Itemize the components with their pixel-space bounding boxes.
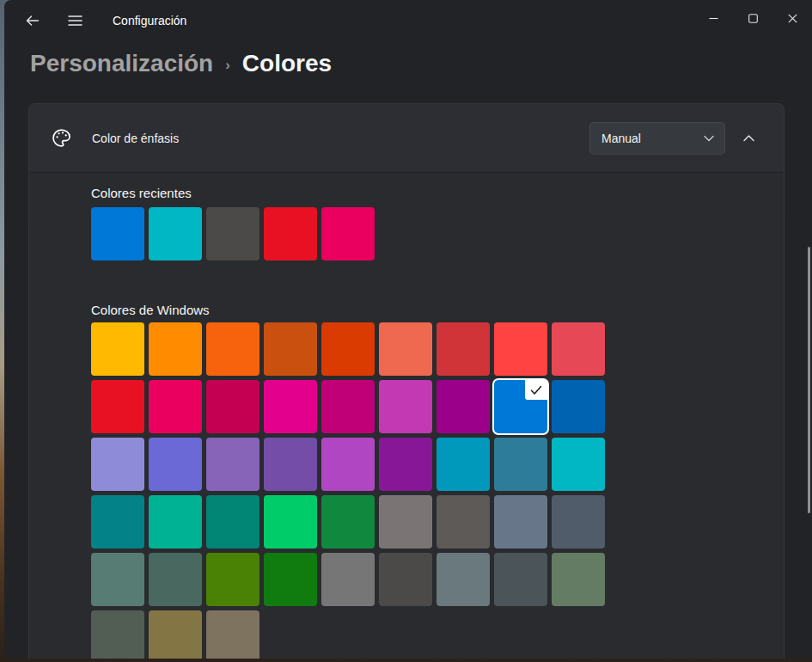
settings-window: Configuración Personalización › Colores: [4, 0, 812, 659]
color-swatch[interactable]: [206, 610, 259, 659]
color-swatch[interactable]: [494, 438, 547, 491]
accent-mode-dropdown[interactable]: Manual: [589, 122, 725, 155]
color-swatch[interactable]: [379, 438, 432, 491]
color-swatch[interactable]: [206, 495, 259, 549]
navigation-menu-button[interactable]: [60, 6, 89, 35]
color-swatch[interactable]: [379, 495, 432, 549]
color-swatch[interactable]: [437, 322, 490, 376]
close-button[interactable]: [772, 0, 812, 36]
color-swatch[interactable]: [206, 553, 259, 606]
collapse-expander-button[interactable]: [730, 122, 766, 155]
accent-color-card-header: Color de énfasis Manual: [29, 104, 784, 173]
color-swatch[interactable]: [552, 438, 605, 491]
color-swatch-selected[interactable]: [494, 380, 547, 433]
color-swatch[interactable]: [379, 553, 432, 606]
palette-icon: [50, 126, 73, 150]
windows-colors-grid: [91, 322, 609, 659]
color-swatch[interactable]: [379, 380, 432, 433]
color-swatch[interactable]: [552, 553, 605, 606]
color-swatch[interactable]: [494, 495, 547, 549]
chevron-down-icon: [704, 135, 714, 142]
color-swatch[interactable]: [264, 495, 317, 549]
breadcrumb: Personalización › Colores: [30, 50, 332, 77]
color-swatch[interactable]: [494, 553, 547, 606]
color-swatch[interactable]: [437, 438, 490, 491]
color-swatch[interactable]: [437, 380, 490, 433]
color-swatch[interactable]: [321, 207, 375, 261]
chevron-up-icon: [743, 134, 754, 142]
color-swatch[interactable]: [379, 322, 432, 376]
color-swatch[interactable]: [91, 207, 144, 261]
color-swatch[interactable]: [206, 380, 259, 433]
color-swatch[interactable]: [552, 495, 605, 549]
color-swatch[interactable]: [321, 322, 375, 376]
back-arrow-icon: [25, 14, 40, 28]
maximize-icon: [748, 14, 758, 23]
accent-color-card-body: Colores recientes Colores de Windows: [29, 173, 784, 659]
windows-colors-label: Colores de Windows: [91, 302, 784, 319]
color-swatch[interactable]: [552, 322, 605, 376]
vertical-scrollbar-thumb[interactable]: [808, 247, 810, 513]
maximize-button[interactable]: [733, 0, 772, 36]
titlebar: Configuración: [4, 0, 812, 41]
color-swatch[interactable]: [264, 380, 317, 433]
accent-mode-value: Manual: [601, 132, 641, 145]
breadcrumb-separator-icon: ›: [225, 57, 230, 74]
color-swatch[interactable]: [321, 438, 375, 491]
color-swatch[interactable]: [149, 207, 202, 261]
page-title: Colores: [242, 50, 332, 77]
color-swatch[interactable]: [264, 438, 317, 491]
color-swatch[interactable]: [437, 553, 490, 606]
color-swatch[interactable]: [321, 380, 375, 433]
color-swatch[interactable]: [91, 380, 144, 433]
color-swatch[interactable]: [264, 553, 317, 606]
accent-color-label: Color de énfasis: [92, 132, 589, 145]
color-swatch[interactable]: [206, 322, 259, 376]
color-swatch[interactable]: [91, 322, 144, 376]
recent-colors-label: Colores recientes: [91, 185, 784, 202]
color-swatch[interactable]: [206, 207, 259, 261]
back-button[interactable]: [17, 6, 46, 35]
color-swatch[interactable]: [494, 322, 547, 376]
close-icon: [788, 14, 797, 23]
color-swatch[interactable]: [321, 553, 375, 606]
color-swatch[interactable]: [91, 553, 144, 606]
color-swatch[interactable]: [437, 495, 490, 549]
hamburger-menu-icon: [68, 15, 82, 27]
color-swatch[interactable]: [552, 380, 605, 433]
accent-color-card: Color de énfasis Manual Colores reciente…: [28, 103, 785, 659]
color-swatch[interactable]: [91, 610, 144, 659]
minimize-button[interactable]: [693, 0, 733, 36]
color-swatch[interactable]: [264, 322, 317, 376]
app-title: Configuración: [113, 14, 186, 28]
color-swatch[interactable]: [206, 438, 259, 491]
color-swatch[interactable]: [149, 610, 202, 659]
color-swatch[interactable]: [149, 495, 202, 549]
checkmark-icon: [525, 380, 547, 400]
color-swatch[interactable]: [321, 495, 375, 549]
minimize-icon: [709, 14, 718, 23]
recent-colors-row: [91, 207, 784, 265]
color-swatch[interactable]: [149, 322, 202, 376]
color-swatch[interactable]: [149, 553, 202, 606]
breadcrumb-parent[interactable]: Personalización: [30, 50, 213, 77]
color-swatch[interactable]: [91, 438, 144, 491]
color-swatch[interactable]: [264, 207, 317, 261]
window-caption-controls: [693, 0, 812, 36]
color-swatch[interactable]: [149, 438, 202, 491]
color-swatch[interactable]: [149, 380, 202, 433]
color-swatch[interactable]: [91, 495, 144, 549]
